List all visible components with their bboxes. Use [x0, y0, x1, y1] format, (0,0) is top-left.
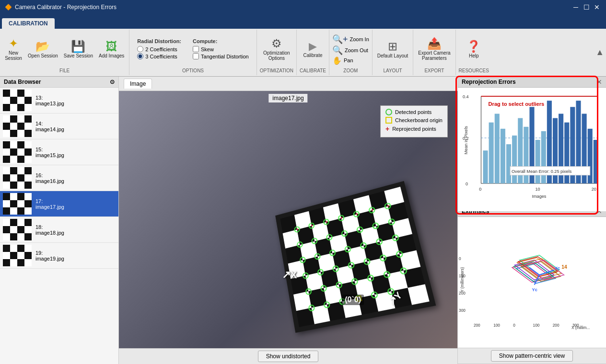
optimization-section-label: OPTIMIZATION: [260, 68, 293, 74]
calibrate-button[interactable]: ▶ Calibrate: [301, 35, 324, 64]
radial-distortion-label: Radial Distortion:: [137, 38, 181, 44]
svg-text:100: 100: [459, 274, 466, 278]
sidebar-item-17[interactable]: 17:image17.jpg: [0, 191, 118, 217]
svg-text:Yc: Yc: [532, 287, 537, 292]
tangential-checkbox[interactable]: [193, 53, 199, 59]
ribbon-tabs: CALIBRATION: [0, 14, 606, 29]
minimize-button[interactable]: ─: [571, 3, 580, 11]
help-button[interactable]: ❓ Help: [463, 35, 484, 64]
skew-label: Skew: [201, 46, 214, 52]
pan-button[interactable]: ✋ Pan: [332, 56, 353, 65]
titlebar-controls[interactable]: ─ ☐ ✕: [571, 3, 601, 11]
sidebar-header: Data Browser ⊙: [0, 77, 118, 88]
reprojection-close-button[interactable]: ✕: [596, 78, 602, 86]
ribbon-collapse-button[interactable]: ▲: [594, 30, 606, 75]
extrinsics-panel: Extrinsics ✕ Y (millimeters) X (millim..…: [458, 206, 606, 364]
help-icon: ❓: [466, 41, 481, 52]
two-coeffs-label: 2 Coefficients: [145, 46, 177, 52]
svg-text:Drag to select outliers: Drag to select outliers: [489, 101, 545, 107]
add-images-button[interactable]: 🖼 Add Images: [97, 35, 126, 64]
svg-text:Xc: Xc: [555, 266, 560, 271]
tab-calibration[interactable]: CALIBRATION: [2, 18, 55, 29]
thumb-18: [3, 219, 32, 240]
svg-text:200: 200: [553, 323, 559, 328]
svg-rect-64: [512, 136, 517, 183]
legend-detected: Detected points: [385, 109, 443, 115]
optimization-options-button[interactable]: ⚙ OptimizationOptions: [261, 35, 292, 64]
skew-checkbox[interactable]: [193, 46, 199, 52]
sidebar-title: Data Browser: [4, 79, 41, 85]
sidebar-item-14[interactable]: 14:image14.jpg: [0, 114, 118, 139]
new-session-button[interactable]: ✦ NewSession: [3, 35, 24, 64]
svg-rect-63: [506, 144, 511, 183]
sidebar-item-18[interactable]: 18:image18.jpg: [0, 217, 118, 243]
zoom-in-button[interactable]: 🔍+ Zoom In: [332, 34, 369, 45]
open-session-button[interactable]: 📂 Open Session: [26, 35, 60, 64]
item-label-19: 19:image19.jpg: [35, 250, 64, 262]
reprojection-content: 0.4 0.2 0 0 10 20: [458, 88, 606, 211]
svg-text:14: 14: [561, 264, 567, 270]
default-layout-button[interactable]: ⊞ Default Layout: [375, 35, 410, 64]
calibrate-section-label: CALIBRATE: [300, 68, 326, 74]
zoom-out-icon: 🔍: [332, 45, 343, 56]
origin-icon: [385, 117, 392, 124]
resources-section-label: RESOURCES: [459, 68, 489, 74]
item-label-13: 13:image13.jpg: [35, 95, 64, 106]
svg-text:0: 0: [479, 187, 481, 192]
maximize-button[interactable]: ☐: [582, 3, 591, 11]
calibrate-label: Calibrate: [303, 53, 322, 58]
reprojection-panel: Reprojection Errors ✕ 0.4 0.2 0: [458, 77, 606, 206]
detected-label: Detected points: [395, 109, 431, 115]
svg-rect-62: [501, 129, 505, 183]
thumb-19: [3, 245, 32, 266]
app-icon: 🔶: [5, 4, 12, 11]
layout-icon: ⊞: [388, 41, 397, 52]
show-undistorted-button[interactable]: Show undistorted: [258, 351, 319, 362]
help-label: Help: [469, 53, 479, 58]
file-section-label: FILE: [59, 68, 70, 74]
pan-label: Pan: [344, 57, 353, 63]
image-panel-header: Image: [119, 77, 457, 91]
zoom-out-button[interactable]: 🔍 Zoom Out: [332, 45, 368, 56]
sidebar-item-15[interactable]: 15:image15.jpg: [0, 139, 118, 165]
svg-text:0: 0: [513, 323, 515, 328]
export-section-label: EXPORT: [424, 68, 444, 74]
image-bottom: Show undistorted: [119, 348, 457, 364]
skew-option[interactable]: Skew: [193, 46, 249, 52]
image-content: image17.jpg Detected points Checkerboard…: [119, 91, 457, 348]
open-icon: 📂: [35, 41, 50, 52]
export-camera-button[interactable]: 📤 Export CameraParameters: [416, 35, 452, 64]
svg-text:10: 10: [536, 187, 540, 192]
checker-grid: [280, 187, 429, 327]
close-button[interactable]: ✕: [593, 3, 601, 11]
sidebar-expand-icon[interactable]: ⊙: [110, 79, 115, 85]
ribbon-section-file: ✦ NewSession 📂 Open Session 💾 Save Sessi…: [0, 30, 129, 75]
two-coeffs-radio[interactable]: [137, 46, 143, 52]
svg-text:Overall Mean Error: 0.25 pixel: Overall Mean Error: 0.25 pixels: [512, 169, 572, 174]
svg-text:0: 0: [466, 182, 468, 186]
sidebar-item-19[interactable]: 19:image19.jpg: [0, 243, 118, 269]
show-pattern-centric-button[interactable]: Show pattern-centric view: [491, 350, 573, 362]
legend-reprojected: + Reprojected points: [385, 125, 443, 133]
thumb-15: [3, 141, 32, 163]
svg-rect-69: [541, 131, 546, 183]
sidebar-item-13[interactable]: 13:image13.jpg: [0, 88, 118, 114]
three-coeffs-option[interactable]: 3 Coefficients: [137, 53, 181, 59]
ribbon-section-zoom: 🔍+ Zoom In 🔍 Zoom Out ✋ Pan ZOOM: [329, 30, 373, 75]
optimization-label: OptimizationOptions: [263, 50, 290, 61]
item-label-16: 16:image16.jpg: [35, 172, 64, 184]
svg-text:300: 300: [572, 323, 579, 328]
three-coeffs-radio[interactable]: [137, 53, 143, 59]
optimization-icon: ⚙: [271, 38, 282, 49]
open-session-label: Open Session: [28, 53, 58, 58]
tangential-option[interactable]: Tangential Distortion: [193, 53, 249, 59]
ribbon-section-resources: ❓ Help RESOURCES: [456, 30, 492, 75]
two-coeffs-option[interactable]: 2 Coefficients: [137, 46, 181, 52]
titlebar-title: 🔶 Camera Calibrator - Reprojection Error…: [5, 4, 117, 11]
x-label-text: X: [291, 270, 297, 280]
svg-rect-78: [594, 140, 598, 183]
sidebar-item-16[interactable]: 16:image16.jpg: [0, 165, 118, 191]
save-session-button[interactable]: 💾 Save Session: [62, 35, 95, 64]
zoom-in-label: Zoom In: [350, 36, 369, 42]
image-tab[interactable]: Image: [124, 79, 152, 89]
